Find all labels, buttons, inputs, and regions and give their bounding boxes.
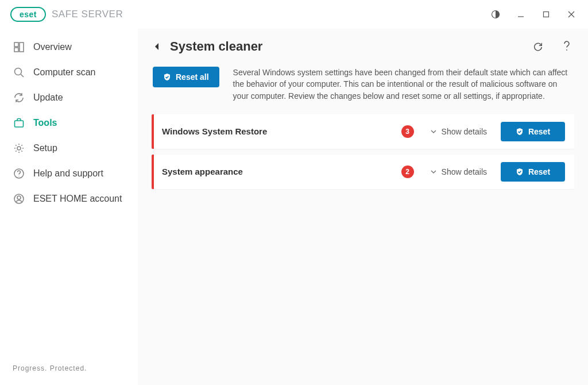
close-button[interactable]	[562, 6, 581, 23]
gear-icon	[13, 142, 25, 155]
svg-rect-5	[14, 43, 18, 47]
sidebar-item-label: Update	[33, 93, 63, 103]
svg-point-15	[17, 196, 21, 199]
reset-all-button[interactable]: Reset all	[153, 67, 219, 87]
intro-text: Several Windows system settings have bee…	[233, 67, 574, 102]
tagline: Progress. Protected.	[0, 364, 138, 385]
search-icon	[13, 66, 25, 79]
card-windows-system-restore: Windows System Restore 3 Show details Re…	[152, 114, 574, 149]
card-system-appearance: System appearance 2 Show details Reset	[152, 155, 574, 189]
product-name: SAFE SERVER	[52, 9, 123, 20]
svg-point-16	[566, 49, 567, 51]
reset-all-label: Reset all	[176, 72, 209, 82]
sidebar-item-label: Help and support	[33, 168, 103, 179]
help-icon	[13, 167, 25, 180]
account-icon	[13, 192, 25, 205]
svg-line-9	[21, 74, 24, 77]
sidebar-item-label: Overview	[33, 42, 72, 52]
show-details-toggle[interactable]: Show details	[430, 167, 487, 176]
sidebar-item-account[interactable]: ESET HOME account	[0, 186, 138, 211]
sidebar-item-label: Setup	[33, 143, 57, 153]
content: System cleaner Reset all Several Windows…	[138, 29, 588, 385]
overview-icon	[13, 41, 25, 53]
sidebar-item-help[interactable]: Help and support	[0, 161, 138, 186]
refresh-button[interactable]	[531, 39, 546, 54]
svg-point-11	[17, 147, 21, 150]
svg-point-8	[15, 68, 22, 75]
sidebar-item-label: Computer scan	[33, 67, 96, 78]
card-title: Windows System Restore	[161, 126, 401, 136]
sidebar-item-computer-scan[interactable]: Computer scan	[0, 60, 138, 85]
shield-icon	[516, 128, 524, 136]
count-badge: 2	[401, 165, 414, 178]
card-title: System appearance	[161, 167, 401, 176]
reset-label: Reset	[528, 127, 550, 136]
sidebar-item-label: ESET HOME account	[33, 194, 122, 204]
show-details-toggle[interactable]: Show details	[430, 127, 487, 136]
svg-rect-7	[14, 48, 18, 52]
minimize-button[interactable]	[511, 6, 531, 23]
maximize-button[interactable]	[536, 6, 556, 23]
svg-rect-6	[20, 43, 24, 52]
show-details-label: Show details	[442, 167, 487, 176]
contrast-icon[interactable]	[486, 6, 505, 23]
shield-icon	[516, 168, 524, 176]
reset-label: Reset	[528, 167, 550, 176]
logo-badge: eset	[10, 7, 46, 22]
svg-point-13	[18, 176, 19, 176]
svg-rect-10	[15, 121, 24, 127]
sidebar-item-update[interactable]: Update	[0, 85, 138, 110]
sidebar-item-setup[interactable]: Setup	[0, 136, 138, 161]
sidebar-item-label: Tools	[33, 118, 57, 128]
reset-button[interactable]: Reset	[501, 122, 565, 141]
help-button[interactable]	[559, 39, 574, 54]
update-icon	[13, 91, 25, 104]
reset-button[interactable]: Reset	[501, 162, 565, 182]
sidebar-item-tools[interactable]: Tools	[0, 110, 138, 136]
sidebar: Overview Computer scan Update Tools	[0, 29, 138, 385]
svg-rect-2	[544, 12, 549, 17]
back-button[interactable]	[152, 41, 162, 52]
chevron-down-icon	[430, 128, 437, 135]
logo: eset SAFE SERVER	[10, 7, 123, 22]
tools-icon	[13, 117, 25, 129]
titlebar: eset SAFE SERVER	[0, 0, 588, 29]
count-badge: 3	[401, 125, 414, 138]
shield-icon	[163, 73, 171, 81]
show-details-label: Show details	[442, 127, 487, 136]
page-title: System cleaner	[170, 39, 262, 54]
sidebar-item-overview[interactable]: Overview	[0, 34, 138, 60]
chevron-down-icon	[430, 168, 437, 175]
